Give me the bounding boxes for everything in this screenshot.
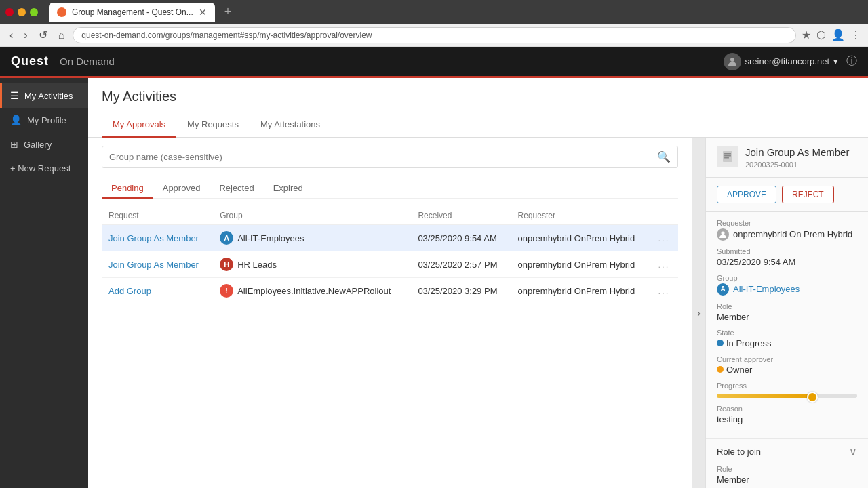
field-submitted: Submitted 03/25/2020 9:54 AM [717,247,857,267]
tab-favicon [57,7,66,17]
progress-label: Progress [717,382,857,390]
filter-tabs: Pending Approved Rejected Expired [102,179,678,199]
reason-label: Reason [717,405,857,413]
tab-close-btn[interactable]: ✕ [199,7,207,18]
submitted-label: Submitted [717,247,857,256]
detail-title: Join Group As Member [745,146,849,159]
submitted-value: 03/25/2020 9:54 AM [717,257,857,267]
browser-min-btn[interactable] [18,8,26,16]
group-badge-icon: A [717,283,729,296]
browser-close-btn[interactable] [5,8,14,16]
request-link-0[interactable]: Join Group As Member [108,233,199,243]
search-icon[interactable]: 🔍 [657,150,671,163]
role-to-join-fields: Role Member Expires Never [706,462,868,489]
reject-button[interactable]: REJECT [782,186,834,203]
menu-icon[interactable]: ⋮ [850,28,861,41]
state-dot [717,340,724,346]
tab-my-attestations[interactable]: My Attestations [250,113,331,138]
svg-rect-2 [724,153,731,155]
main-content: My Activities My Approvals My Requests M… [88,78,868,488]
table-row[interactable]: Join Group As Member A All-IT-Employees … [102,225,678,251]
group-badge-0: A All-IT-Employees [220,231,404,245]
search-bar[interactable]: 🔍 [102,146,678,168]
sidebar-new-request[interactable]: + New Request [0,157,88,180]
sidebar-item-my-activities[interactable]: ☰ My Activities [0,83,88,108]
address-bar[interactable]: quest-on-demand.com/groups/management#ss… [73,27,796,43]
collapse-icon: › [697,308,701,319]
back-btn[interactable]: ‹ [7,28,16,43]
role-to-join-section-header[interactable]: Role to join ∨ [706,438,868,462]
search-input[interactable] [109,152,657,162]
bookmark-icon[interactable]: ★ [802,28,811,41]
new-request-label: + New Request [10,163,71,174]
table-row[interactable]: Join Group As Member H HR Leads 03/25/20… [102,251,678,278]
filter-tab-expired[interactable]: Expired [264,179,313,199]
row-group-0: A All-IT-Employees [213,225,411,251]
sidebar-item-gallery[interactable]: ⊞ Gallery [0,132,88,157]
detail-header: Join Group As Member 20200325-0001 [706,138,868,178]
col-header-group: Group [213,207,411,225]
approve-button[interactable]: APPROVE [717,186,776,203]
address-bar-row: ‹ › ↺ ⌂ quest-on-demand.com/groups/manag… [0,24,868,47]
request-link-2[interactable]: Add Group [108,286,151,296]
user-avatar [724,53,741,70]
page-header: My Activities [88,78,868,113]
tab-my-approvals[interactable]: My Approvals [102,113,176,138]
row-requester-0: onpremhybrid OnPrem Hybrid [511,225,652,251]
browser-chrome: Group Management - Quest On... ✕ + [0,0,868,24]
content-area: 🔍 Pending Approved Rejected Expired [88,138,868,488]
filter-tab-rejected[interactable]: Rejected [210,179,263,199]
row-received-1: 03/25/2020 2:57 PM [411,251,511,278]
home-btn[interactable]: ⌂ [56,28,68,43]
svg-rect-1 [723,151,732,162]
app-header: Quest On Demand sreiner@titancorp.net ▾ … [0,47,868,78]
extensions-icon[interactable]: ⬡ [816,28,826,41]
group-value: A All-IT-Employees [717,283,857,296]
owner-dot [717,366,724,373]
col-header-actions [651,207,678,225]
state-value: In Progress [717,338,857,348]
group-badge-1: H HR Leads [220,258,404,271]
request-link-1[interactable]: Join Group As Member [108,260,199,270]
progress-bar [717,394,857,398]
sidebar-item-my-profile[interactable]: 👤 My Profile [0,108,88,132]
tab-title: Group Management - Quest On... [72,7,193,17]
sidebar-item-label-my-profile: My Profile [27,115,66,125]
current-approver-value: Owner [717,365,857,375]
reason-value: testing [717,414,857,424]
svg-rect-4 [724,157,729,159]
filter-tab-pending[interactable]: Pending [102,179,153,199]
row-received-0: 03/25/2020 9:54 AM [411,225,511,251]
forward-btn[interactable]: › [21,28,30,43]
filter-tab-approved[interactable]: Approved [153,179,210,199]
svg-point-5 [722,231,725,235]
user-info[interactable]: sreiner@titancorp.net ▾ [724,53,838,70]
field-progress: Progress [717,382,857,398]
field-role: Role Member [717,302,857,322]
field-role-to-join: Role Member [717,465,857,485]
reload-btn[interactable]: ↺ [36,27,50,43]
requester-icon [719,230,727,239]
requester-avatar [717,228,729,241]
new-tab-btn[interactable]: + [220,5,236,19]
field-reason: Reason testing [717,405,857,424]
table-row[interactable]: Add Group ! AllEmployees.Initiative.NewA… [102,278,678,304]
account-icon[interactable]: 👤 [831,28,845,41]
group-name-0: All-IT-Employees [237,233,304,243]
row-request-0: Join Group As Member [102,225,213,251]
state-label: State [717,329,857,337]
info-icon[interactable]: ⓘ [846,54,857,68]
detail-collapse-btn[interactable]: › [692,138,705,488]
row-group-2: ! AllEmployees.Initiative.NewAPPRollout [213,278,411,304]
browser-tab[interactable]: Group Management - Quest On... ✕ [49,3,215,22]
field-current-approver: Current approver Owner [717,355,857,375]
row-request-1: Join Group As Member [102,251,213,278]
action-buttons: APPROVE REJECT [706,178,868,212]
progress-bar-bg [717,394,857,398]
row-dots-0: ... [651,225,678,251]
svg-rect-3 [724,155,731,157]
browser-max-btn[interactable] [30,8,38,16]
tab-my-requests[interactable]: My Requests [176,113,250,138]
row-received-2: 03/25/2020 3:29 PM [411,278,511,304]
role-to-join-label: Role [717,465,857,473]
